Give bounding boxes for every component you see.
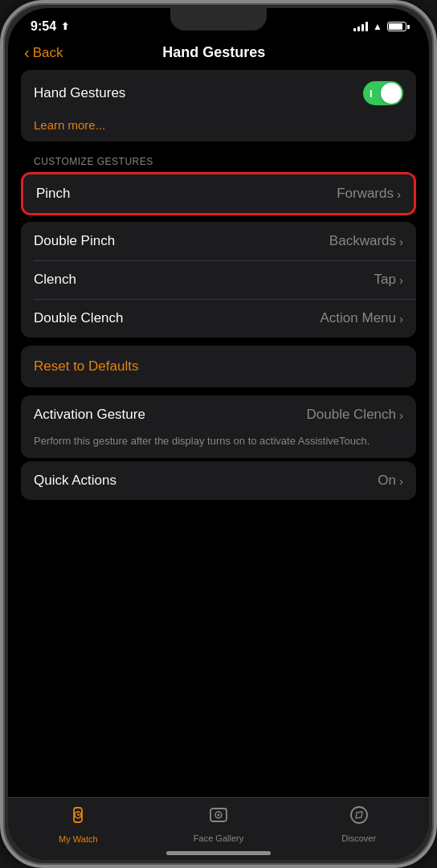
page-title: Hand Gestures bbox=[63, 44, 365, 61]
tab-face-gallery[interactable]: Face Gallery bbox=[149, 805, 289, 844]
double-pinch-name: Double Pinch bbox=[34, 233, 115, 249]
toggle-knob bbox=[381, 83, 402, 104]
hand-gestures-toggle[interactable]: I bbox=[363, 81, 403, 105]
learn-more-link[interactable]: Learn more... bbox=[21, 117, 416, 141]
status-right: ▲ bbox=[353, 21, 406, 32]
time-display: 9:54 bbox=[31, 19, 56, 34]
signal-bar-1 bbox=[353, 28, 356, 31]
tab-face-gallery-label: Face Gallery bbox=[194, 833, 243, 843]
hand-gestures-card: Hand Gestures I Learn more... bbox=[21, 70, 416, 141]
toggle-label: Hand Gestures bbox=[34, 85, 125, 101]
back-button[interactable]: ‹ Back bbox=[24, 43, 63, 62]
double-clench-chevron-icon: › bbox=[399, 312, 403, 326]
activation-chevron-icon: › bbox=[399, 408, 403, 422]
svg-point-6 bbox=[218, 814, 220, 817]
svg-point-7 bbox=[351, 807, 367, 823]
location-icon: ⬆ bbox=[61, 21, 69, 32]
phone-frame: 9:54 ⬆ ▲ ‹ Back Hand bbox=[0, 0, 437, 868]
activation-value-text: Double Clench bbox=[306, 407, 396, 423]
other-gestures-card: Double Pinch Backwards › Clench Tap › bbox=[21, 222, 416, 338]
quick-actions-chevron-icon: › bbox=[399, 474, 403, 488]
double-pinch-row[interactable]: Double Pinch Backwards › bbox=[21, 222, 416, 260]
quick-actions-value: On › bbox=[378, 473, 403, 489]
signal-bar-4 bbox=[366, 22, 368, 31]
tab-my-watch[interactable]: My Watch bbox=[8, 805, 149, 844]
activation-description: Perform this gesture after the display t… bbox=[21, 434, 416, 458]
double-pinch-value: Backwards › bbox=[329, 233, 403, 249]
toggle-row: Hand Gestures I bbox=[21, 70, 416, 117]
activation-card: Activation Gesture Double Clench › Perfo… bbox=[21, 395, 416, 458]
clench-name: Clench bbox=[34, 272, 76, 288]
signal-bars bbox=[353, 22, 368, 31]
status-left: 9:54 ⬆ bbox=[31, 19, 69, 34]
my-watch-icon bbox=[67, 805, 88, 831]
signal-bar-2 bbox=[357, 27, 360, 31]
gestures-group: Pinch Forwards › Double Pinch Backwards … bbox=[21, 172, 416, 338]
signal-bar-3 bbox=[361, 24, 364, 31]
battery-fill bbox=[389, 23, 402, 30]
tab-discover[interactable]: Discover bbox=[288, 805, 429, 844]
notch bbox=[170, 8, 267, 31]
tab-my-watch-label: My Watch bbox=[59, 834, 98, 844]
pinch-value-text: Forwards bbox=[337, 186, 394, 202]
clench-chevron-icon: › bbox=[399, 273, 403, 287]
double-clench-value: Action Menu › bbox=[321, 310, 404, 326]
wifi-icon: ▲ bbox=[373, 21, 382, 32]
clench-text: Tap bbox=[374, 272, 396, 288]
pinch-gesture-row[interactable]: Pinch Forwards › bbox=[23, 174, 414, 213]
content-area: Hand Gestures I Learn more... CUSTOMIZE … bbox=[8, 70, 429, 761]
activation-row[interactable]: Activation Gesture Double Clench › bbox=[21, 395, 416, 434]
pinch-row-wrapper: Pinch Forwards › bbox=[21, 172, 416, 215]
pinch-chevron-icon: › bbox=[397, 187, 401, 201]
svg-marker-8 bbox=[356, 812, 362, 818]
nav-bar: ‹ Back Hand Gestures bbox=[8, 37, 429, 70]
back-label: Back bbox=[33, 45, 63, 61]
clench-value: Tap › bbox=[374, 272, 403, 288]
phone-screen: 9:54 ⬆ ▲ ‹ Back Hand bbox=[8, 8, 429, 860]
double-clench-text: Action Menu bbox=[321, 310, 397, 326]
double-pinch-chevron-icon: › bbox=[399, 235, 403, 248]
quick-actions-value-text: On bbox=[378, 473, 396, 489]
face-gallery-icon bbox=[208, 805, 229, 830]
quick-actions-card: Quick Actions On › bbox=[21, 461, 416, 500]
home-indicator bbox=[166, 851, 271, 855]
double-clench-name: Double Clench bbox=[34, 310, 124, 326]
clench-row[interactable]: Clench Tap › bbox=[21, 260, 416, 299]
double-pinch-text: Backwards bbox=[329, 233, 396, 249]
activation-value: Double Clench › bbox=[306, 407, 403, 423]
quick-actions-label: Quick Actions bbox=[34, 473, 116, 489]
discover-icon bbox=[349, 805, 370, 830]
toggle-i-icon: I bbox=[370, 88, 373, 100]
pinch-gesture-name: Pinch bbox=[36, 186, 71, 202]
battery-icon bbox=[387, 22, 406, 31]
pinch-gesture-value: Forwards › bbox=[337, 186, 401, 202]
double-clench-row[interactable]: Double Clench Action Menu › bbox=[21, 299, 416, 338]
quick-actions-row[interactable]: Quick Actions On › bbox=[21, 461, 416, 500]
reset-card[interactable]: Reset to Defaults bbox=[21, 346, 416, 387]
activation-name: Activation Gesture bbox=[34, 407, 145, 423]
back-chevron-icon: ‹ bbox=[24, 43, 30, 62]
reset-label: Reset to Defaults bbox=[34, 358, 138, 374]
tab-discover-label: Discover bbox=[341, 833, 376, 843]
section-label-customize: CUSTOMIZE GESTURES bbox=[21, 149, 416, 172]
